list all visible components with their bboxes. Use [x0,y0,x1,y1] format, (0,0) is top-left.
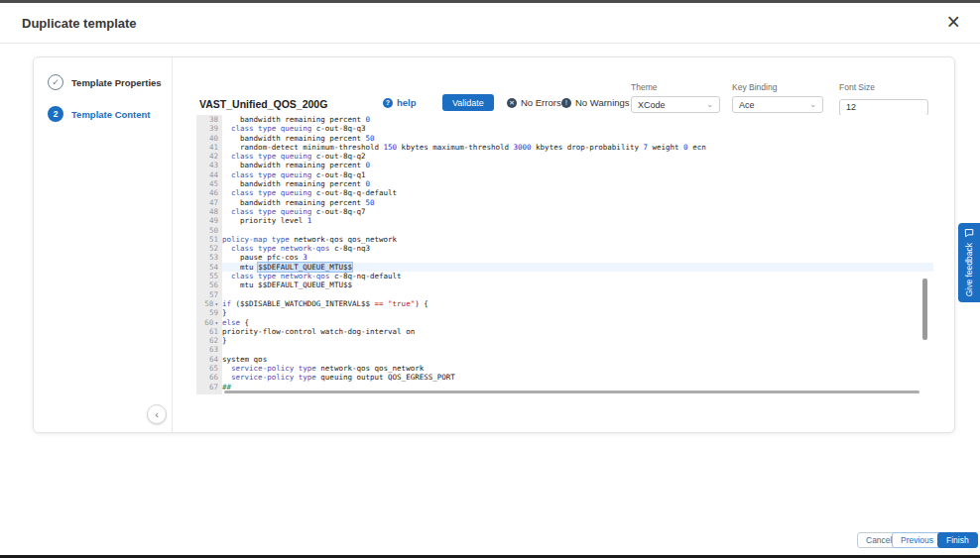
code-line[interactable]: bandwidth remaining percent 0 [222,115,933,124]
line-number: 64 [196,355,222,364]
editor-gutter: 3839404142434445464748495051525354555657… [196,115,222,394]
code-line[interactable]: bandwidth remaining percent 50 [222,134,933,143]
code-line[interactable]: policy-map type network-qos qos_network [222,235,933,244]
code-line[interactable]: class type queuing c-out-8q-q7 [222,207,933,216]
line-number: 49 [196,216,222,225]
validate-button[interactable]: Validate [442,94,494,111]
close-icon[interactable]: × [947,7,960,37]
font-size-field: Font Size [839,82,928,116]
line-number: 51 [196,235,222,244]
feedback-label: Give feedback [964,243,974,296]
code-line[interactable]: else { [222,318,933,327]
text-cursor [352,263,353,271]
stepper-item-label: Template Content [71,109,151,120]
line-number: 61 [196,327,222,336]
code-line[interactable] [222,345,933,354]
line-number: 40 [196,134,222,143]
theme-field: Theme XCode ⌄ [631,82,720,113]
collapse-panel-button[interactable]: ‹ [147,404,167,424]
line-number: 57 [196,290,222,299]
theme-value: XCode [638,100,666,110]
key-binding-select[interactable]: Ace ⌄ [732,96,823,113]
code-line[interactable]: } [222,336,933,345]
line-number: 41 [196,143,222,152]
previous-button[interactable]: Previous [892,532,942,548]
code-line[interactable]: class type network-qos c-8q-nq3 [222,244,933,253]
give-feedback-tab[interactable]: Give feedback [958,223,980,302]
key-binding-label: Key Binding [732,82,823,92]
code-line[interactable]: bandwidth remaining percent 0 [222,179,933,188]
line-number[interactable]: 60▾ [196,318,222,327]
vertical-scrollbar[interactable] [922,279,927,340]
code-line[interactable]: service-policy type queuing output QOS_E… [222,373,933,382]
code-line[interactable]: bandwidth remaining percent 50 [222,198,933,207]
code-line[interactable]: priority-flow-control watch-dog-interval… [222,327,933,336]
template-content-card: ✓ Template Properties 2 Template Content… [33,56,955,433]
step-number-badge: 2 [48,106,63,122]
stepper-panel: ✓ Template Properties 2 Template Content [34,57,173,432]
line-number: 45 [196,179,222,188]
theme-select[interactable]: XCode ⌄ [631,96,720,113]
code-line[interactable]: bandwidth remaining percent 0 [222,161,933,169]
code-line[interactable]: class type queuing c-out-8q-q2 [222,152,933,161]
fold-arrow-icon[interactable]: ▾ [214,319,218,326]
key-binding-field: Key Binding Ace ⌄ [732,82,823,113]
line-number: 46 [196,188,222,197]
stepper-item-template-content[interactable]: 2 Template Content [48,106,151,122]
line-number: 43 [196,161,222,169]
line-number: 65 [196,364,222,373]
line-number: 56 [196,280,222,289]
help-label: help [397,97,417,108]
line-number[interactable]: 58▾ [196,299,222,308]
key-binding-value: Ace [739,100,755,110]
line-number: 63 [196,345,222,354]
code-line[interactable]: class type network-qos c-8q-nq-default [222,272,933,280]
code-line[interactable]: mtu $$DEFAULT_QUEUE_MTU$$ [222,263,933,272]
no-warnings-status: ! No Warnings [561,97,630,108]
line-number: 48 [196,207,222,216]
stepper-item-label: Template Properties [71,77,162,88]
font-size-label: Font Size [839,82,928,92]
no-errors-status: ✕ No Errors [507,97,561,108]
code-line[interactable]: class type queuing c-out-8q-q3 [222,124,933,133]
dialog-header: Duplicate template × [0,3,980,44]
code-line[interactable]: priority level 1 [222,216,933,225]
line-number: 55 [196,272,222,280]
code-editor[interactable]: 3839404142434445464748495051525354555657… [196,115,933,394]
finish-button[interactable]: Finish [937,532,978,548]
line-number: 42 [196,152,222,161]
check-circle-icon: ✓ [48,74,63,90]
help-link[interactable]: ? help [383,97,417,108]
code-line[interactable]: service-policy type network-qos qos_netw… [222,364,933,373]
fold-arrow-icon[interactable]: ▾ [214,300,218,307]
theme-label: Theme [631,82,720,92]
line-number: 62 [196,336,222,345]
line-number: 47 [196,198,222,207]
template-name: VAST_Unified_QOS_200G [199,98,327,110]
stepper-item-template-properties[interactable]: ✓ Template Properties [48,74,162,90]
line-number: 59 [196,308,222,317]
code-line[interactable]: mtu $$DEFAULT_QUEUE_MTU$$ [222,280,933,289]
code-line[interactable]: class type queuing c-out-8q-q1 [222,170,933,179]
line-number: 54 [196,263,222,272]
code-line[interactable]: class type queuing c-out-8q-q-default [222,188,933,197]
code-line[interactable]: pause pfc-cos 3 [222,253,933,262]
code-line[interactable]: if ($$DISABLE_WATCHDOG_INTERVAL$$ == "tr… [222,299,933,308]
chevron-down-icon: ⌄ [809,100,816,109]
code-line[interactable] [222,290,933,299]
line-number: 38 [196,115,222,124]
code-line[interactable]: random-detect minimum-threshold 150 kbyt… [222,143,933,152]
error-status-icon: ✕ [507,98,517,108]
dialog-title: Duplicate template [22,16,137,31]
no-warnings-label: No Warnings [575,97,630,108]
code-line[interactable]: } [222,308,933,317]
font-size-input[interactable] [839,99,928,116]
feedback-bubble-icon [964,228,974,238]
line-number: 53 [196,253,222,262]
line-number: 52 [196,244,222,253]
horizontal-scrollbar[interactable] [224,391,919,393]
code-line[interactable]: system qos [222,355,933,364]
code-line[interactable] [222,226,933,235]
help-icon: ? [383,98,393,108]
line-number: 39 [196,124,222,133]
